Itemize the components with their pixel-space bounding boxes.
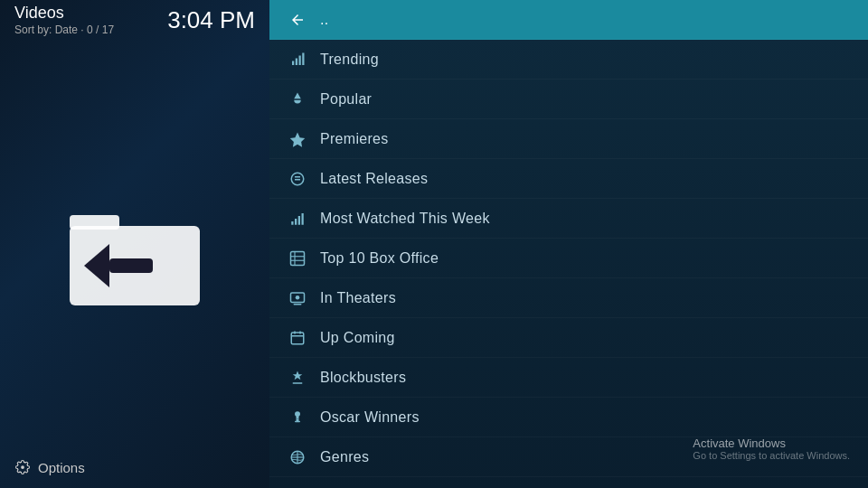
svg-rect-11	[295, 219, 297, 225]
menu-item-premieres[interactable]: Premieres	[269, 119, 868, 159]
options-icon	[14, 459, 31, 475]
latest-icon	[288, 169, 307, 189]
menu-label-in-theaters: In Theaters	[320, 290, 396, 306]
menu-item-latest-releases[interactable]: Latest Releases	[269, 159, 868, 199]
svg-point-4	[21, 465, 24, 469]
menu-list: ..TrendingPopularPremieresLatest Release…	[269, 0, 868, 488]
menu-label-latest-releases: Latest Releases	[320, 171, 428, 187]
svg-rect-10	[291, 221, 293, 225]
menu-item-trending[interactable]: Trending	[269, 40, 868, 80]
sort-info: Sort by: Date · 0 / 17	[14, 23, 114, 36]
svg-rect-13	[302, 213, 304, 225]
clock: 3:04 PM	[167, 6, 255, 34]
menu-label-popular: Popular	[320, 91, 372, 108]
options-bar[interactable]: Options	[14, 459, 85, 475]
svg-rect-21	[291, 333, 304, 344]
activate-windows: Activate Windows Go to Settings to activ…	[693, 436, 850, 461]
menu-label-genres: Genres	[320, 449, 369, 465]
folder-icon-container	[62, 190, 207, 316]
menu-item-top10[interactable]: Top 10 Box Office	[269, 239, 868, 278]
svg-rect-27	[297, 418, 299, 421]
back-icon	[288, 10, 307, 30]
svg-rect-6	[296, 58, 297, 65]
oscar-icon	[288, 408, 307, 427]
folder-back-icon	[62, 190, 207, 316]
menu-label-most-watched: Most Watched This Week	[320, 211, 490, 227]
top-bar-left: Videos Sort by: Date · 0 / 17	[14, 4, 114, 36]
menu-label-blockbusters: Blockbusters	[320, 370, 406, 386]
mostWatched-icon	[288, 209, 307, 229]
menu-item-most-watched[interactable]: Most Watched This Week	[269, 199, 868, 239]
menu-item-blockbusters[interactable]: Blockbusters	[269, 358, 868, 398]
theaters-icon	[288, 288, 307, 308]
premieres-icon	[288, 129, 307, 149]
svg-rect-14	[291, 251, 305, 265]
popular-icon	[288, 89, 307, 109]
upcoming-icon	[288, 328, 307, 348]
menu-item-popular[interactable]: Popular	[269, 80, 868, 119]
svg-rect-12	[298, 216, 300, 225]
app-container: Videos Sort by: Date · 0 / 17 3:04 PM	[0, 0, 868, 488]
menu-label-trending: Trending	[320, 52, 379, 68]
menu-item-upcoming[interactable]: Up Coming	[269, 318, 868, 358]
activate-windows-sub: Go to Settings to activate Windows.	[693, 450, 850, 461]
genres-icon	[288, 447, 307, 467]
blockbusters-icon	[288, 368, 307, 388]
menu-item-back[interactable]: ..	[269, 0, 868, 40]
menu-label-upcoming: Up Coming	[320, 330, 395, 346]
svg-rect-7	[299, 55, 301, 65]
top-bar: Videos Sort by: Date · 0 / 17 3:04 PM	[0, 0, 269, 40]
svg-rect-20	[294, 304, 302, 305]
options-label: Options	[38, 460, 85, 475]
svg-point-19	[296, 296, 300, 300]
svg-rect-5	[292, 61, 294, 65]
menu-item-languages[interactable]: Languages	[269, 477, 868, 488]
right-panel: ..TrendingPopularPremieresLatest Release…	[269, 0, 868, 488]
top10-icon	[288, 249, 307, 268]
menu-item-in-theaters[interactable]: In Theaters	[269, 278, 868, 318]
svg-rect-2	[109, 258, 153, 273]
left-panel: Videos Sort by: Date · 0 / 17 3:04 PM	[0, 0, 269, 488]
page-title: Videos	[14, 4, 114, 23]
svg-rect-8	[302, 52, 304, 65]
menu-label-back: ..	[320, 12, 329, 28]
trending-icon	[288, 50, 307, 70]
menu-item-oscar-winners[interactable]: Oscar Winners	[269, 398, 868, 437]
activate-windows-title: Activate Windows	[693, 436, 850, 450]
menu-label-oscar-winners: Oscar Winners	[320, 409, 420, 426]
menu-label-premieres: Premieres	[320, 131, 389, 147]
menu-label-top10: Top 10 Box Office	[320, 250, 439, 267]
